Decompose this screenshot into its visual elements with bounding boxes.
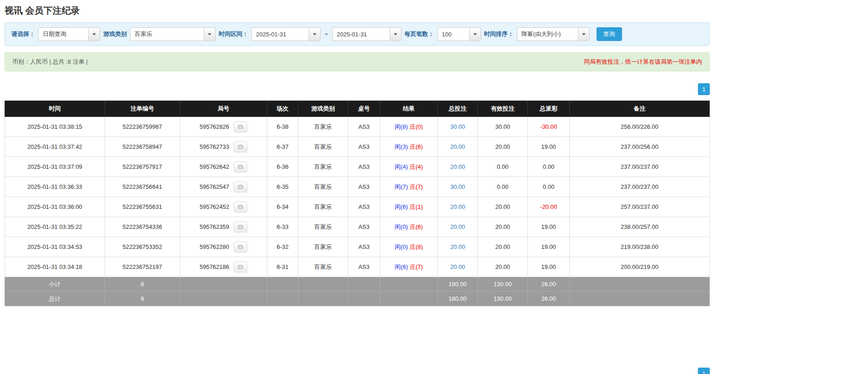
result-banker: 庄(8) [410,243,423,250]
valid-bet-cell: 0.00 [478,157,528,177]
video-replay-button[interactable] [234,121,247,132]
bet-id-cell: 522236758947 [105,137,180,157]
summary-label-cell: 总计 [5,292,105,306]
per-page-dropdown-button[interactable] [469,27,481,41]
bet-id-cell: 522236757917 [105,157,180,177]
video-replay-button[interactable] [234,202,247,212]
summary-empty-cell [380,292,438,306]
total-bet-cell: 20.00 [438,137,478,157]
camera-icon [237,184,244,189]
payout-cell: 0.00 [528,177,570,197]
game-type-cell: 百家乐 [298,117,348,137]
valid-bet-cell: 20.00 [478,217,528,237]
note-cell: 237.00/237.00 [570,157,710,177]
summary-empty-cell [570,277,710,292]
game-type-label: 游戏类别 [103,30,127,38]
video-replay-button[interactable] [234,182,247,192]
table-number-cell: AS3 [348,257,380,277]
time-cell: 2025-01-31 03:34:18 [5,257,105,277]
summary-total-bet-cell: 180.00 [438,292,478,306]
summary-empty-cell [298,292,348,306]
total-bet-link[interactable]: 30.00 [450,123,465,130]
total-bet-link[interactable]: 20.00 [450,163,465,170]
time-sort-label: 时间排序： [484,30,514,38]
valid-bet-cell: 20.00 [478,237,528,257]
round-number: 595762733 [200,143,229,150]
query-type-input[interactable] [38,27,88,41]
date-from-combo [251,27,321,41]
note-cell: 219.00/238.00 [570,237,710,257]
result-cell: 闲(4)庄(4) [380,157,438,177]
game-type-input[interactable] [130,27,204,41]
game-type-cell: 百家乐 [298,137,348,157]
query-type-dropdown-button[interactable] [88,27,100,41]
valid-bet-cell: 20.00 [478,137,528,157]
summary-empty-cell [380,277,438,292]
summary-label-cell: 小计 [5,277,105,292]
round-cell: 595762452 [180,197,267,217]
table-row: 2025-01-31 03:37:09 522236757917 5957626… [5,157,710,177]
chevron-down-icon [208,33,211,35]
game-type-dropdown-button[interactable] [204,27,216,41]
time-sort-combo [517,27,590,41]
round-cell: 595762547 [180,177,267,197]
total-bet-link[interactable]: 30.00 [450,183,465,190]
time-sort-input[interactable] [517,27,578,41]
search-button[interactable]: 查询 [597,27,622,41]
video-replay-button[interactable] [234,242,247,253]
summary-empty-cell [267,292,298,306]
query-type-label: 请选择： [11,30,35,38]
session-cell: 6-37 [267,137,298,157]
total-bet-link[interactable]: 20.00 [450,263,465,270]
date-to-dropdown-button[interactable] [390,27,401,41]
total-bet-cell: 20.00 [438,257,478,277]
per-page-input[interactable] [437,27,469,41]
table-row: 2025-01-31 03:35:22 522236754336 5957623… [5,217,710,237]
total-bet-cell: 30.00 [438,117,478,137]
date-from-input[interactable] [251,27,309,41]
page-1-button-bottom[interactable]: 1 [698,368,710,374]
video-replay-button[interactable] [234,142,247,152]
session-cell: 6-32 [267,237,298,257]
game-type-cell: 百家乐 [298,217,348,237]
video-replay-button[interactable] [234,262,247,273]
game-type-cell: 百家乐 [298,157,348,177]
column-header: 有效投注 [478,101,528,117]
time-sort-dropdown-button[interactable] [578,27,590,41]
time-cell: 2025-01-31 03:38:15 [5,117,105,137]
note-cell: 237.00/237.00 [570,177,710,197]
session-cell: 6-33 [267,217,298,237]
result-player: 闲(6) [395,203,408,210]
video-replay-button[interactable] [234,162,247,172]
session-cell: 6-34 [267,197,298,217]
query-type-combo [38,27,100,41]
pagination-bottom: 1 [5,368,710,374]
date-to-combo [332,27,401,41]
table-row: 2025-01-31 03:38:15 522236759967 5957628… [5,117,710,137]
note-cell: 256.00/226.00 [570,117,710,137]
video-replay-button[interactable] [234,222,247,232]
column-header: 游戏类别 [298,101,348,117]
total-bet-cell: 20.00 [438,237,478,257]
session-cell: 6-36 [267,157,298,177]
total-bet-link[interactable]: 20.00 [450,243,465,250]
table-number-cell: AS3 [348,117,380,137]
total-bet-link[interactable]: 20.00 [450,203,465,210]
total-bet-link[interactable]: 20.00 [450,223,465,230]
total-bet-link[interactable]: 20.00 [450,143,465,150]
filter-bar: 请选择： 游戏类别 时间区间： ~ 每页笔数： [5,22,710,46]
result-banker: 庄(7) [410,183,423,190]
table-number-cell: AS3 [348,217,380,237]
date-to-input[interactable] [332,27,390,41]
date-from-dropdown-button[interactable] [309,27,321,41]
summary-bar: 币别：人民币 | 总共 :8 注单 | 同局有效投注，统一计算在该局第一张注单内 [5,52,710,71]
page-1-button[interactable]: 1 [698,83,710,95]
valid-bet-cell: 0.00 [478,177,528,197]
table-row: 2025-01-31 03:34:18 522236752197 5957621… [5,257,710,277]
time-range-label: 时间区间： [219,30,248,38]
result-cell: 闲(6)庄(1) [380,197,438,217]
column-header: 结果 [380,101,438,117]
pagination-top: 1 [5,83,710,95]
result-cell: 闲(0)庄(8) [380,237,438,257]
time-cell: 2025-01-31 03:37:42 [5,137,105,157]
